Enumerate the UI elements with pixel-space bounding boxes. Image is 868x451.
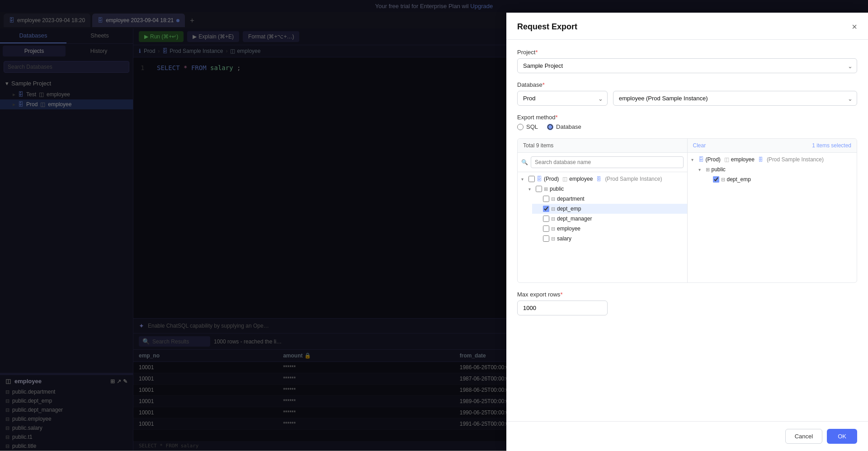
right-checkbox-dept-emp[interactable] (713, 176, 719, 183)
right-public-schema: ▾ ⊞ public ⊟ (695, 164, 857, 184)
right-tree-node-prod: ▾ 🗄 (Prod) ◫ employee 🗄 (Prod Sample Ins… (688, 155, 857, 184)
instance-icon: 🗄 (596, 176, 601, 182)
tree-node-children: ▾ ⊞ public (518, 184, 687, 244)
database-label: Database* (517, 81, 857, 88)
schema-icon: ⊞ (706, 167, 710, 173)
radio-sql[interactable]: SQL (517, 123, 538, 130)
table-name: department (557, 196, 585, 202)
right-public-header[interactable]: ▾ ⊞ public (695, 164, 857, 174)
max-rows-input[interactable] (517, 301, 608, 315)
modal-overlay: Request Export × Project* Sample Project… (0, 0, 868, 451)
tree-node-salary[interactable]: ⊟ salary (532, 234, 687, 244)
schema-icon: ◫ (724, 156, 729, 163)
radio-database[interactable]: Database (547, 123, 581, 130)
table-checkbox-salary[interactable] (543, 235, 549, 242)
selected-count: 1 items selected (812, 142, 851, 149)
radio-database-input[interactable] (547, 124, 553, 130)
modal-title: Request Export (517, 22, 577, 32)
project-select-wrapper: Sample Project ⌄ (517, 58, 857, 73)
table-name: salary (557, 235, 571, 242)
max-rows-label: Max export rows* (517, 291, 857, 298)
chevron-down-icon: ▾ (521, 177, 527, 182)
database-field: Database* Prod ⌄ employee (Prod Sample I… (517, 81, 857, 106)
database-select[interactable]: Prod (517, 91, 608, 106)
export-method-field: Export method* SQL Database (517, 114, 857, 130)
database-row: Prod ⌄ employee (Prod Sample Instance) ⌄ (517, 91, 857, 106)
request-export-modal: Request Export × Project* Sample Project… (506, 13, 868, 451)
project-field: Project* Sample Project ⌄ (517, 49, 857, 73)
schema-name-label: public (550, 186, 564, 192)
panel-search: 🔍 (518, 153, 687, 172)
chevron-down-icon: ▾ (698, 167, 704, 172)
right-table-children: ⊟ dept_emp (695, 174, 857, 184)
table-children: ⊟ department ⊟ dept_emp (525, 194, 687, 244)
search-icon: 🔍 (521, 159, 528, 165)
instance-select-wrapper: employee (Prod Sample Instance) ⌄ (613, 91, 857, 106)
db-checkbox[interactable] (528, 176, 535, 182)
panel-right-header: Clear 1 items selected (688, 139, 857, 153)
table-icon: ⊟ (551, 236, 555, 242)
db-node-name: (Prod) (544, 176, 559, 182)
database-select-wrapper: Prod ⌄ (517, 91, 608, 106)
project-label: Project* (517, 49, 857, 56)
modal-close-button[interactable]: × (852, 22, 857, 32)
radio-sql-input[interactable] (517, 124, 524, 130)
table-checkbox-department[interactable] (543, 196, 549, 202)
tree-node-public-header[interactable]: ▾ ⊞ public (525, 184, 687, 194)
right-dept-emp[interactable]: ⊟ dept_emp (702, 174, 857, 184)
right-tree-panel: ▾ 🗄 (Prod) ◫ employee 🗄 (Prod Sample Ins… (688, 153, 857, 282)
modal-header: Request Export × (506, 13, 868, 40)
tables-selection-field: Total 9 items 🔍 ▾ (517, 138, 857, 283)
right-children: ▾ ⊞ public ⊟ (688, 164, 857, 184)
table-name: dept_emp (557, 206, 581, 212)
tree-node-prod-employee: ▾ 🗄 (Prod) ◫ employee 🗄 (Prod Sample Ins… (518, 174, 687, 244)
table-name: employee (557, 226, 580, 232)
max-rows-field: Max export rows* (517, 291, 857, 315)
table-checkbox-dept-manager[interactable] (543, 216, 549, 222)
tree-node-employee[interactable]: ⊟ employee (532, 224, 687, 234)
right-tree-node-header[interactable]: ▾ 🗄 (Prod) ◫ employee 🗄 (Prod Sample Ins… (688, 155, 857, 164)
db-search-input[interactable] (531, 156, 684, 168)
table-checkbox-dept-emp[interactable] (543, 206, 549, 212)
tables-right-panel: Clear 1 items selected ▾ 🗄 (Prod) ◫ e (688, 139, 857, 282)
schema-icon: ⊞ (544, 186, 548, 192)
db-icon: 🗄 (537, 176, 542, 182)
tables-panel: Total 9 items 🔍 ▾ (517, 138, 857, 283)
modal-footer: Cancel OK (506, 421, 868, 451)
instance-icon: 🗄 (758, 157, 763, 162)
tree-node-public: ▾ ⊞ public (525, 184, 687, 244)
tables-left-panel: Total 9 items 🔍 ▾ (518, 139, 688, 282)
clear-button[interactable]: Clear (693, 142, 706, 149)
schema-node-name: employee (569, 176, 593, 182)
instance-name: (Prod Sample Instance) (605, 176, 662, 182)
ok-button[interactable]: OK (827, 429, 857, 444)
table-checkbox-employee[interactable] (543, 226, 549, 232)
chevron-down-icon: ▾ (691, 157, 697, 162)
tree-node-dept-emp[interactable]: ⊟ dept_emp (532, 204, 687, 214)
schema-checkbox[interactable] (536, 186, 542, 192)
left-tree-panel: ▾ 🗄 (Prod) ◫ employee 🗄 (Prod Sample Ins… (518, 172, 687, 282)
project-select[interactable]: Sample Project (517, 58, 857, 73)
total-items: Total 9 items (523, 142, 553, 149)
chevron-down-icon: ▾ (528, 187, 534, 192)
db-icon: 🗄 (698, 156, 704, 163)
modal-body: Project* Sample Project ⌄ Database* (506, 40, 868, 421)
schema-icon: ◫ (562, 176, 567, 182)
table-icon: ⊟ (551, 196, 555, 202)
panel-left-header: Total 9 items (518, 139, 687, 153)
table-icon: ⊟ (551, 216, 555, 222)
export-method-radios: SQL Database (517, 123, 857, 130)
table-name: dept_manager (557, 216, 592, 222)
instance-select[interactable]: employee (Prod Sample Instance) (613, 91, 857, 106)
export-method-label: Export method* (517, 114, 857, 121)
table-icon: ⊟ (721, 177, 725, 183)
table-icon: ⊟ (551, 226, 555, 232)
tree-node-department[interactable]: ⊟ department (532, 194, 687, 204)
tree-node-header[interactable]: ▾ 🗄 (Prod) ◫ employee 🗄 (Prod Sample Ins… (518, 174, 687, 184)
table-icon: ⊟ (551, 206, 555, 212)
cancel-button[interactable]: Cancel (785, 429, 822, 444)
tree-node-dept-manager[interactable]: ⊟ dept_manager (532, 214, 687, 224)
